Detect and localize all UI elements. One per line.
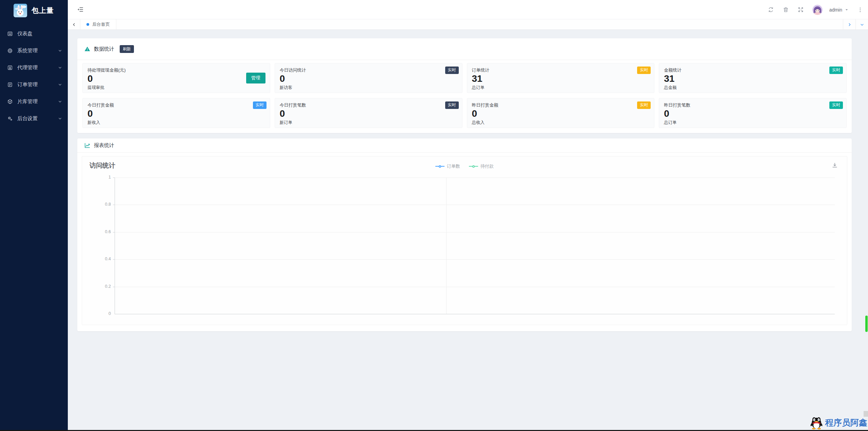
stat-card-title: 昨日打赏笔数 — [664, 102, 842, 108]
sidebar-item-system[interactable]: 系统管理 — [0, 42, 68, 59]
status-badge: 实时 — [829, 67, 843, 74]
stat-card-subtitle: 总收入 — [472, 120, 650, 126]
stat-card-value: 31 — [664, 73, 842, 84]
sidebar-item-label: 仪表盘 — [17, 31, 62, 37]
stat-card-title: 今日打赏笔数 — [280, 102, 457, 108]
dashboard-icon — [7, 31, 13, 37]
legend-marker — [439, 165, 441, 168]
fullscreen-icon[interactable] — [797, 6, 804, 13]
stat-card-title: 今日打赏金额 — [87, 102, 265, 108]
stat-card-withdraw: 待处理提现金额(元) 0 提现审批 管理 — [82, 63, 270, 93]
stat-card-subtitle: 新访客 — [280, 85, 457, 91]
stat-card-title: 今日访问统计 — [280, 67, 457, 73]
stat-card-value: 0 — [87, 73, 265, 84]
legend-marker — [472, 165, 475, 168]
stat-card-title: 待处理提现金额(元) — [87, 67, 265, 73]
sidebar-item-label: 后台设置 — [17, 115, 58, 122]
stat-card-tips-count-yesterday: 昨日打赏笔数 0 总订单 实时 — [659, 98, 847, 128]
stat-card-subtitle: 提现审批 — [87, 85, 265, 91]
main-content: 数据统计 刷新 待处理提现金额(元) 0 提现审批 管理 今日访问统计 0 新访… — [68, 30, 868, 431]
stat-card-value: 31 — [472, 73, 650, 84]
tabs-menu-button[interactable] — [855, 19, 868, 30]
chevron-down-icon — [58, 48, 62, 53]
legend-item-orders[interactable]: 订单数 — [435, 163, 460, 169]
topbar-actions: admin — [768, 0, 863, 19]
refresh-badge-button[interactable]: 刷新 — [120, 45, 134, 53]
stat-card-title: 金额统计 — [664, 67, 842, 73]
tabbar: 后台首页 — [68, 19, 868, 30]
visit-chart-card: 访问统计 订单数 待付款 — [82, 156, 847, 325]
y-axis-label: 0.8 — [95, 202, 111, 207]
qq-penguin-icon — [810, 415, 823, 430]
status-badge: 实时 — [253, 101, 267, 109]
active-tab-dot — [86, 23, 89, 26]
gridline — [115, 177, 835, 178]
app-title: 包上量 — [32, 6, 54, 15]
sidebar-item-agents[interactable]: 代理管理 — [0, 59, 68, 76]
stat-card-tips-amount-yesterday: 昨日打赏金额 0 总收入 实时 — [467, 98, 655, 128]
stat-card-value: 0 — [280, 73, 457, 84]
status-badge: 实时 — [829, 101, 843, 109]
stat-card-visits-today: 今日访问统计 0 新访客 实时 — [275, 63, 462, 93]
tabs-scroll-left-button[interactable] — [68, 19, 80, 30]
stats-panel-header: 数据统计 刷新 — [77, 38, 852, 60]
scrollbar-thumb[interactable] — [865, 316, 868, 332]
trash-icon[interactable] — [783, 6, 789, 13]
stat-card-subtitle: 总订单 — [664, 120, 842, 126]
chart-plot-area: 1 0.8 0.6 0.4 0.2 0 — [115, 177, 835, 314]
tab-home[interactable]: 后台首页 — [80, 19, 116, 30]
user-menu[interactable]: admin — [812, 5, 849, 15]
topbar: admin — [68, 0, 868, 19]
legend-line — [469, 166, 472, 167]
stat-card-subtitle: 总订单 — [472, 85, 650, 91]
tabs-scroll-right-button[interactable] — [843, 19, 855, 30]
warning-triangle-icon — [84, 46, 91, 52]
y-axis-label: 1 — [95, 175, 111, 180]
download-icon[interactable] — [831, 162, 838, 169]
status-badge: 实时 — [637, 101, 651, 109]
sidebar-item-orders[interactable]: 订单管理 — [0, 76, 68, 93]
more-vertical-icon[interactable] — [857, 7, 863, 13]
vertical-gridline — [446, 177, 447, 314]
sidebar-item-library[interactable]: 片库管理 — [0, 93, 68, 110]
manage-button[interactable]: 管理 — [246, 73, 265, 83]
stat-card-amount: 金额统计 31 总金额 实时 — [659, 63, 847, 93]
legend-line — [475, 166, 478, 167]
sidebar-item-label: 订单管理 — [17, 81, 58, 88]
chart-line-icon — [84, 142, 91, 149]
gridline — [115, 259, 835, 260]
report-panel-header: 报表统计 — [77, 138, 852, 153]
chevron-down-icon — [58, 65, 62, 70]
stat-cards-grid: 待处理提现金额(元) 0 提现审批 管理 今日访问统计 0 新访客 实时 订单统… — [77, 60, 852, 133]
stat-card-value: 0 — [664, 108, 842, 119]
stats-panel: 数据统计 刷新 待处理提现金额(元) 0 提现审批 管理 今日访问统计 0 新访… — [77, 38, 852, 133]
agent-icon — [7, 65, 13, 71]
stat-card-tips-count-today: 今日打赏笔数 0 新订单 实时 — [275, 98, 462, 128]
settings-icon — [7, 116, 13, 121]
stats-section-title: 数据统计 — [94, 46, 114, 52]
sidebar-item-dashboard[interactable]: 仪表盘 — [0, 25, 68, 42]
legend-item-pending[interactable]: 待付款 — [469, 163, 494, 169]
sidebar-item-label: 系统管理 — [17, 48, 58, 54]
app-logo[interactable]: 包上量 — [0, 0, 68, 21]
chart-title: 访问统计 — [90, 161, 115, 170]
y-axis-label: 0.6 — [95, 229, 111, 234]
sidebar-menu: 仪表盘 系统管理 代理管理 订单管理 — [0, 25, 68, 127]
library-icon — [7, 99, 13, 105]
sidebar-item-settings[interactable]: 后台设置 — [0, 110, 68, 127]
legend-line — [435, 166, 439, 167]
logo-image — [14, 4, 27, 17]
menu-fold-icon[interactable] — [77, 6, 84, 13]
status-badge: 实时 — [637, 67, 651, 74]
stat-card-title: 订单统计 — [472, 67, 650, 73]
axis-tick — [113, 287, 115, 287]
refresh-icon[interactable] — [768, 6, 774, 13]
chevron-down-icon — [58, 82, 62, 87]
axis-tick — [113, 232, 115, 232]
sidebar: 包上量 仪表盘 系统管理 代理管理 — [0, 0, 68, 431]
chevron-down-icon — [58, 116, 62, 121]
legend-label: 订单数 — [447, 163, 460, 169]
qq-watermark: 程序员阿鑫 — [810, 415, 867, 430]
chevron-down-icon — [58, 99, 62, 104]
axis-tick — [113, 177, 115, 178]
